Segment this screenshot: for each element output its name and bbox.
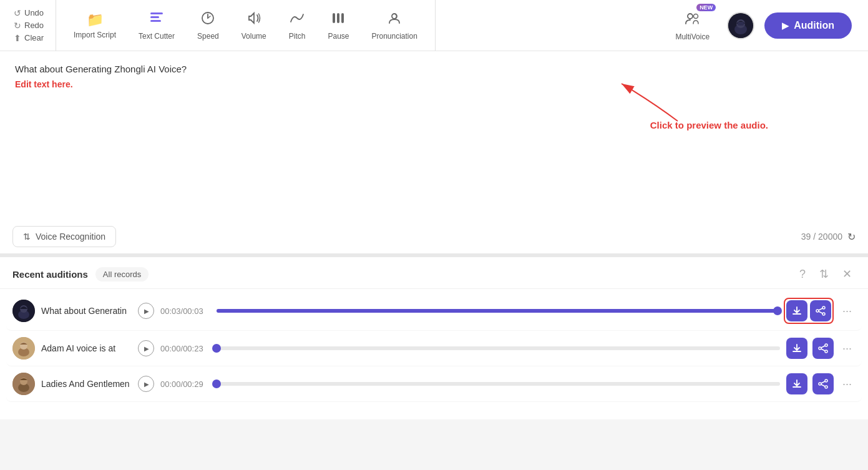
progress-thumb[interactable] [212, 379, 221, 388]
play-icon: ▶ [782, 21, 789, 31]
more-options-button[interactable]: ··· [839, 302, 856, 320]
download-button[interactable] [786, 373, 807, 394]
svg-point-18 [822, 306, 825, 309]
pitch-icon [290, 11, 305, 29]
text-cutter-label: Text Cutter [139, 32, 175, 41]
record-actions: ··· [786, 373, 856, 394]
voice-recognition-button[interactable]: ⇅ Voice Recognition [12, 226, 116, 247]
svg-point-25 [825, 350, 827, 353]
more-options-button[interactable]: ··· [839, 375, 856, 393]
record-item: Ladies And Gentlemen ▶ 00:00/00:29 [6, 366, 862, 402]
toolbar: ↺ Undo ↻ Redo ⬆ Clear 📁 Import Script [0, 0, 868, 51]
record-actions: Download & Share [784, 298, 856, 324]
record-item: What about Generatin ▶ 00:03/00:03 Downl… [6, 291, 862, 331]
record-progress-bar[interactable] [217, 346, 780, 350]
share-button[interactable] [812, 373, 834, 394]
play-triangle-icon: ▶ [144, 308, 149, 315]
svg-point-31 [825, 386, 827, 388]
audition-button[interactable]: ▶ Audition [764, 12, 852, 39]
new-badge: NEW [696, 4, 716, 11]
avatar-image [728, 13, 753, 38]
recent-header-left: Recent auditions All records [12, 267, 149, 282]
volume-button[interactable]: Volume [230, 4, 278, 47]
pitch-button[interactable]: Pitch [278, 4, 317, 47]
import-script-button[interactable]: 📁 Import Script [62, 6, 127, 46]
text-cutter-button[interactable]: Text Cutter [127, 4, 186, 47]
clear-button[interactable]: ⬆ Clear [14, 33, 48, 43]
recent-auditions-panel: Recent auditions All records ? ⇅ ✕ What … [0, 257, 868, 419]
speed-button[interactable]: Speed [186, 4, 230, 47]
voice-recognition-icon: ⇅ [23, 232, 31, 242]
import-icon: 📁 [87, 12, 104, 28]
redo-label: Redo [24, 21, 44, 30]
svg-rect-1 [150, 16, 159, 18]
sort-button[interactable]: ⇅ [816, 266, 832, 282]
progress-fill [217, 309, 778, 313]
import-label: Import Script [74, 31, 116, 39]
all-records-button[interactable]: All records [95, 267, 149, 282]
undo-icon: ↺ [14, 8, 21, 18]
tool-buttons-group: 📁 Import Script Text Cutter Spe [56, 0, 436, 51]
record-progress-bar[interactable] [217, 309, 778, 313]
editor-area: What about Generating Zhongli AI Voice? … [0, 51, 868, 257]
download-share-highlight-box [784, 298, 834, 324]
redo-button[interactable]: ↻ Redo [14, 21, 48, 31]
record-time: 00:03/00:03 [160, 306, 210, 316]
pause-label: Pause [328, 32, 349, 41]
undo-label: Undo [24, 8, 44, 17]
voice-recognition-label: Voice Recognition [36, 232, 105, 242]
svg-point-20 [816, 310, 819, 312]
speed-label: Speed [197, 32, 219, 41]
pronunciation-button[interactable]: Pronunciation [361, 4, 429, 47]
more-options-button[interactable]: ··· [839, 340, 856, 358]
volume-icon [246, 11, 261, 29]
record-actions: ··· [786, 338, 856, 359]
svg-point-30 [825, 379, 827, 382]
download-button[interactable] [786, 300, 807, 321]
help-button[interactable]: ? [796, 267, 809, 282]
clear-label: Clear [24, 33, 44, 42]
download-button[interactable] [786, 338, 807, 359]
avatar[interactable] [727, 12, 754, 39]
record-play-button[interactable]: ▶ [138, 376, 154, 392]
svg-point-26 [819, 347, 821, 350]
progress-thumb[interactable] [773, 306, 782, 315]
record-avatar [12, 337, 35, 360]
multivoice-icon [685, 10, 701, 30]
record-avatar [12, 373, 35, 395]
svg-point-32 [819, 383, 821, 385]
share-button[interactable] [810, 300, 831, 321]
clear-icon: ⬆ [14, 33, 21, 43]
record-item: Adam AI voice is at ▶ 00:00/00:23 [6, 331, 862, 366]
play-triangle-icon: ▶ [144, 345, 149, 352]
svg-rect-6 [341, 13, 344, 23]
progress-thumb[interactable] [212, 344, 221, 353]
undo-redo-clear-group: ↺ Undo ↻ Redo ⬆ Clear [6, 0, 56, 51]
main-text: What about Generating Zhongli AI Voice? [15, 64, 853, 74]
svg-point-24 [825, 344, 827, 346]
record-time: 00:00/00:23 [160, 344, 210, 353]
record-progress-bar[interactable] [217, 382, 780, 386]
close-panel-button[interactable]: ✕ [839, 266, 856, 282]
pronunciation-label: Pronunciation [372, 32, 417, 41]
speed-icon [200, 11, 215, 29]
record-play-button[interactable]: ▶ [138, 340, 154, 356]
multivoice-button[interactable]: NEW MultiVoice [668, 6, 717, 45]
record-play-button[interactable]: ▶ [138, 303, 154, 319]
records-list: What about Generatin ▶ 00:03/00:03 Downl… [0, 289, 868, 419]
svg-rect-4 [333, 13, 335, 23]
record-title: Adam AI voice is at [41, 343, 132, 353]
svg-point-19 [822, 313, 825, 315]
record-time: 00:00/00:29 [160, 379, 210, 389]
multivoice-label: MultiVoice [675, 32, 710, 41]
volume-label: Volume [241, 32, 266, 41]
pause-button[interactable]: Pause [316, 4, 360, 47]
record-title: What about Generatin [41, 306, 132, 316]
edit-hint[interactable]: Edit text here. [15, 79, 853, 89]
share-button[interactable] [812, 338, 834, 359]
preview-arrow [615, 77, 690, 124]
recent-header-right: ? ⇅ ✕ [796, 266, 856, 282]
undo-button[interactable]: ↺ Undo [14, 8, 48, 18]
refresh-icon[interactable]: ↻ [847, 231, 856, 243]
pronunciation-icon [387, 11, 402, 29]
